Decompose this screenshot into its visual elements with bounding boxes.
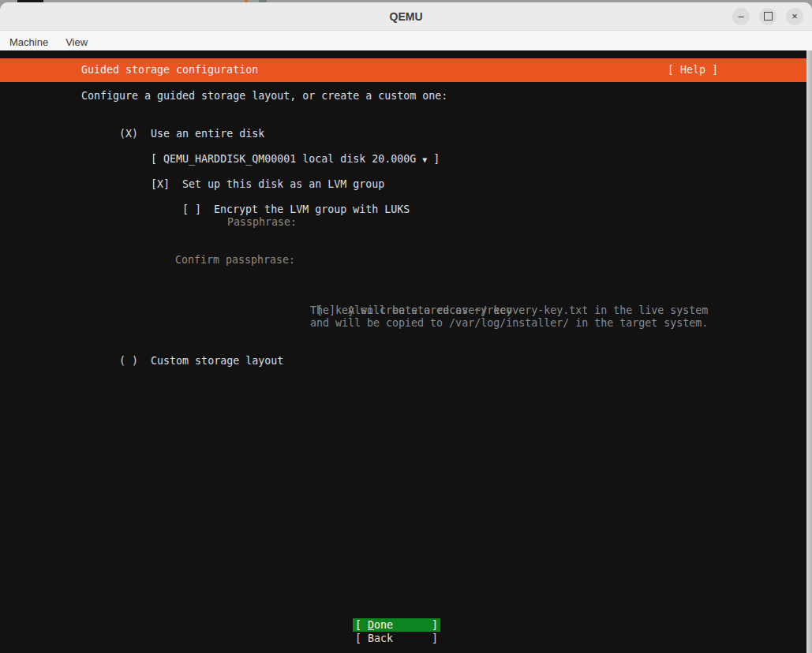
checkbox-marker[interactable]: [ ]	[182, 203, 201, 215]
radio-marker[interactable]: ( )	[119, 355, 138, 367]
page-title: Guided storage configuration	[81, 64, 258, 76]
done-button[interactable]: [Done]	[353, 618, 440, 632]
installer-header: Guided storage configuration [ Help ]	[0, 58, 806, 82]
checkbox-marker[interactable]: [X]	[151, 178, 170, 190]
radio-label: Use an entire disk	[151, 128, 264, 140]
radio-label: Custom storage layout	[151, 355, 283, 367]
disk-select-value: QEMU_HARDDISK_QM00001 local disk 20.000G	[163, 153, 416, 165]
window-controls: – ×	[732, 8, 803, 25]
help-button[interactable]: [ Help ]	[668, 64, 718, 76]
bracket-close: ]	[432, 632, 438, 645]
window-title: QEMU	[0, 2, 812, 30]
recovery-key-detail-2: and will be copied to /var/log/installer…	[310, 317, 708, 330]
intro-text: Configure a guided storage layout, or cr…	[81, 90, 447, 103]
recovery-key-detail-1: The key will be stored as ~/recovery-key…	[310, 304, 708, 317]
bracket-close: ]	[433, 153, 440, 165]
maximize-icon[interactable]	[759, 8, 776, 25]
back-button-label: Back	[368, 632, 432, 645]
menu-view[interactable]: View	[64, 35, 89, 50]
bracket-open: [	[355, 632, 361, 645]
qemu-window: QEMU – × Machine View Guided storage con…	[0, 2, 812, 653]
close-icon[interactable]: ×	[786, 8, 803, 25]
bracket-open: [	[151, 153, 157, 165]
radio-custom-storage-layout[interactable]: ( )Custom storage layout	[81, 342, 283, 380]
confirm-passphrase-label: Confirm passphrase:	[175, 254, 295, 267]
bracket-close: ]	[432, 619, 438, 632]
checkbox-label: Set up this disk as an LVM group	[182, 178, 384, 190]
maximize-glyph	[764, 12, 773, 21]
done-button-label: Done	[368, 619, 432, 632]
minimize-icon[interactable]: –	[732, 8, 750, 25]
menu-machine[interactable]: Machine	[8, 35, 50, 50]
passphrase-label: Passphrase:	[227, 216, 297, 229]
radio-marker[interactable]: (X)	[119, 128, 138, 140]
menubar: Machine View	[0, 31, 812, 53]
window-right-border	[806, 50, 812, 653]
bracket-open: [	[355, 619, 361, 632]
back-button[interactable]: [Back]	[353, 632, 440, 645]
installer-screen: Guided storage configuration [ Help ] Co…	[0, 50, 806, 653]
titlebar[interactable]: QEMU – ×	[0, 2, 812, 31]
checkbox-label: Encrypt the LVM group with LUKS	[214, 203, 410, 215]
